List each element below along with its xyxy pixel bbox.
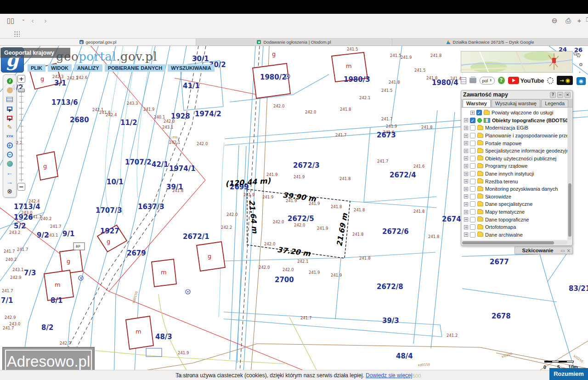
expand-icon[interactable]: + (464, 187, 468, 191)
cookie-more-link[interactable]: Dowiedz się więcej (366, 372, 412, 379)
map-viewport[interactable]: BP 242.3242.1242.6242.1241.8242.4243.324… (0, 46, 588, 370)
tab-overview-icon[interactable]: ❐ (583, 17, 588, 23)
zoom-in-button[interactable]: + (17, 75, 25, 83)
select-red-icon[interactable] (3, 113, 16, 122)
zoom-out-button[interactable]: − (17, 183, 25, 191)
layer-row[interactable]: +✓Powiaty włączone do usługi (462, 109, 567, 117)
tab-legenda[interactable]: Legenda (541, 99, 568, 107)
overview-minimap[interactable] (461, 51, 573, 73)
layer-checkbox[interactable] (470, 141, 475, 146)
expand-icon[interactable]: + (464, 118, 468, 122)
expand-icon[interactable]: + (464, 202, 468, 206)
sketch-close-icon[interactable]: × (567, 248, 571, 253)
measure-icon[interactable]: ✎ (3, 122, 16, 131)
help-icon[interactable]: ? (498, 77, 505, 84)
layer-checkbox[interactable] (470, 217, 475, 222)
layer-row[interactable]: +Dane archiwalne (462, 231, 567, 239)
eye-outline-icon[interactable]: ◔ (578, 70, 581, 75)
layer-checkbox[interactable]: ✓ (470, 118, 475, 123)
youtube-link[interactable]: YouTube (508, 77, 544, 84)
layer-checkbox[interactable] (470, 133, 475, 138)
vertical-scrollbar[interactable] (568, 108, 571, 240)
menu-widok[interactable]: WIDOK (48, 64, 72, 72)
expand-icon[interactable]: + (464, 126, 468, 130)
accessibility-wheel-icon[interactable] (547, 77, 554, 84)
layer-row[interactable]: +Programy rządowe (462, 162, 567, 170)
menu-analizy[interactable]: ANALIZY (74, 64, 102, 72)
layer-checkbox[interactable] (470, 156, 475, 161)
prev-view-icon[interactable]: ← (3, 168, 16, 177)
full-extent-icon[interactable] (3, 159, 16, 168)
layer-checkbox[interactable] (470, 179, 475, 184)
expand-icon[interactable]: + (464, 179, 468, 183)
vertical-scroll-thumb[interactable] (568, 183, 571, 237)
layer-row[interactable]: +Modernizacja EGiB (462, 124, 567, 132)
attribute-table-icon[interactable] (3, 95, 16, 104)
layer-checkbox[interactable] (470, 201, 475, 207)
clear-icon[interactable]: ⊗ (3, 187, 16, 196)
expand-icon[interactable]: + (464, 156, 468, 160)
layer-row[interactable]: +Planowanie i zagospodarowanie przestrze… (462, 132, 567, 140)
horizontal-scroll-thumb[interactable] (462, 241, 554, 244)
expand-icon[interactable]: + (464, 225, 468, 229)
document-icon[interactable] (461, 77, 466, 84)
tab-otodom[interactable]: Dodawanie ogłoszenia | Otodom.pl (196, 39, 392, 45)
expand-icon[interactable]: + (464, 134, 468, 138)
settings-gears-icon[interactable] (573, 51, 581, 57)
layer-row[interactable]: +Portale mapowe (462, 139, 567, 147)
expand-icon[interactable]: + (464, 141, 468, 145)
sidebar-toggle-icon[interactable]: ▯▯ (6, 17, 16, 25)
layer-row[interactable]: +Dane topograficzne (462, 216, 567, 223)
zoom-slider-track[interactable] (19, 84, 23, 181)
layer-row[interactable]: +Ortofotomapa (462, 223, 567, 231)
tab-geoportal[interactable]: g geoportal.gov.pl (0, 39, 196, 45)
tab-wyszukaj-warstwe[interactable]: Wyszukaj warstwę (492, 99, 540, 107)
chevron-down-icon[interactable]: ⌄ (18, 17, 28, 22)
layer-row[interactable]: +Dane specjalistyczne (462, 200, 567, 208)
layer-checkbox[interactable] (470, 209, 475, 215)
layer-checkbox[interactable]: ✓ (476, 110, 482, 115)
menu-pobieranie-danych[interactable]: POBIERANIE DANYCH (105, 64, 166, 72)
next-view-icon[interactable]: → (3, 177, 16, 187)
layer-row[interactable]: +Monitoring pozyskiwania danych (462, 185, 567, 193)
expand-icon[interactable]: + (470, 111, 475, 115)
back-icon[interactable]: ‹ (28, 17, 38, 24)
visibility-button[interactable]: ◉ (577, 77, 586, 85)
horizontal-scrollbar[interactable] (462, 241, 567, 244)
sketch-restore-icon[interactable]: ▭ (560, 248, 565, 253)
layer-row[interactable]: +Mapy tematyczne (462, 208, 567, 216)
expand-icon[interactable]: + (464, 149, 468, 153)
layer-checkbox[interactable] (470, 194, 475, 199)
expand-icon[interactable]: + (464, 217, 468, 221)
layer-checkbox[interactable] (470, 163, 475, 169)
layer-row[interactable]: +Rzeźba terenu (462, 177, 567, 185)
layer-checkbox[interactable] (470, 186, 475, 192)
expand-icon[interactable]: + (464, 233, 468, 237)
panel-close-icon[interactable]: × (565, 92, 571, 98)
layer-row[interactable]: +Obiekty użyteczności publicznej (462, 155, 567, 163)
printer-icon[interactable] (469, 78, 476, 83)
expand-icon[interactable]: + (464, 172, 468, 176)
cookie-accept-button[interactable]: Rozumiem (549, 368, 588, 380)
layer-checkbox[interactable] (470, 232, 475, 238)
tab-warstwy[interactable]: Warstwy (463, 99, 491, 107)
layer-row[interactable]: +Skorowidze (462, 193, 567, 201)
dot-button[interactable] (579, 63, 582, 66)
menu-wyszukiwania[interactable]: WYSZUKIWANIA (168, 64, 214, 72)
menu-plik[interactable]: PLIK (28, 64, 45, 72)
layer-row[interactable]: +Dane innych instytucji (462, 170, 567, 178)
layer-row[interactable]: +Specjalistyczne informacje geodezyjne (462, 147, 567, 155)
layer-checkbox[interactable] (470, 148, 475, 153)
tab-drive[interactable]: Działka Dankowice 2672/5 – Dysk Google (392, 39, 588, 45)
layer-checkbox[interactable] (470, 224, 475, 230)
panel-minimize-icon[interactable]: − (557, 92, 563, 98)
panel-help-icon[interactable]: ? (550, 92, 556, 98)
layer-checkbox[interactable] (470, 171, 475, 176)
expand-icon[interactable]: + (464, 164, 468, 168)
language-select[interactable]: pol⇕ (480, 77, 495, 85)
zoom-out-icon[interactable]: − (3, 150, 16, 159)
expand-icon[interactable]: + (464, 210, 468, 214)
forward-icon[interactable]: › (40, 17, 51, 24)
new-tab-icon[interactable]: + (574, 17, 584, 24)
grid-icon[interactable] (14, 31, 20, 37)
